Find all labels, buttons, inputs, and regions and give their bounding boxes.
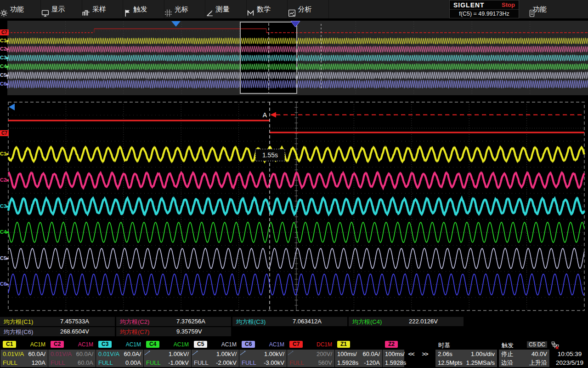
measurement-label: 均方根(C4) bbox=[352, 318, 382, 326]
channel-badge-C7[interactable]: C7 bbox=[289, 341, 303, 348]
measurement-rms-C2[interactable]: 均方根(C2)7.376256A bbox=[116, 317, 231, 326]
menu-item-trigger[interactable]: 触发 bbox=[124, 0, 164, 18]
zoom-block-Z1[interactable]: Z1100ms/60.0A/1.5928s-120A bbox=[335, 340, 382, 367]
brand-logo: SIGLENT bbox=[453, 1, 485, 9]
trigger-title: 触发 bbox=[502, 341, 514, 350]
nav-prev-button[interactable]: << bbox=[405, 349, 417, 360]
channel-block-C2[interactable]: C2AC1M0.01V/A60.0A/FULL60.0A bbox=[48, 340, 96, 367]
zoom-setting-left: 100ms/ bbox=[337, 350, 357, 358]
channel-setting-left: FULL bbox=[146, 358, 161, 367]
channel-badge-C5[interactable]: C5 bbox=[194, 341, 207, 348]
channel-block-rows: 1.00kV/FULL-2.00kV bbox=[192, 350, 239, 367]
measurement-rms-C4[interactable]: 均方根(C4)222.0126V bbox=[349, 317, 464, 326]
trigger-slope: 上升沿 bbox=[529, 358, 547, 367]
nav-next-button[interactable]: >> bbox=[419, 349, 431, 360]
channel-block-C1[interactable]: C1AC1M0.01V/A60.0A/FULL120A bbox=[0, 340, 48, 367]
timebase-scale: 1.00s/div bbox=[471, 350, 495, 358]
measurement-rms-C1[interactable]: 均方根(C1)7.457533A bbox=[0, 317, 115, 326]
channel-block-C5[interactable]: C5AC1M1.00kV/FULL-2.00kV bbox=[192, 340, 239, 367]
overview-label-C2[interactable]: C2▶ bbox=[0, 46, 9, 52]
cursor-delta-label: 1.55s bbox=[262, 151, 278, 159]
overview-label-C3[interactable]: C3▶ bbox=[0, 55, 9, 61]
main-waveform-area: A1.55s bbox=[0, 97, 588, 316]
trigger-block[interactable]: 触发 C5 DC 停止40.0V 边沿上升沿 bbox=[499, 340, 549, 367]
main-label-C7[interactable]: C7 bbox=[0, 130, 9, 136]
menu-item-function-right[interactable]: 功能 bbox=[528, 0, 547, 18]
channel-badge-C4[interactable]: C4 bbox=[146, 341, 159, 348]
menu-item-label: 数学 bbox=[257, 5, 271, 14]
overview-label-C1[interactable]: C1▶ bbox=[0, 38, 9, 44]
menu-item-acquire[interactable]: 采样 bbox=[82, 0, 123, 18]
main-label-C4[interactable]: C4▶ bbox=[0, 229, 9, 235]
menu-item-label: 功能 bbox=[10, 5, 24, 14]
overview-label-C6[interactable]: C6▶ bbox=[0, 81, 9, 87]
channel-setting-right: 60.0A/ bbox=[124, 350, 141, 358]
timebase-block[interactable]: 时基 2.06s1.00s/div 12.5Mpts1.25MSa/s bbox=[435, 340, 497, 367]
overview-label-C7[interactable]: C7 bbox=[0, 29, 9, 35]
trigger-source: C5 DC bbox=[527, 341, 547, 348]
status-block: 10:05:39 2023/5/19 bbox=[551, 340, 588, 367]
zoom-setting-right: 60.0A/ bbox=[362, 350, 380, 358]
zoom-block-Z2[interactable]: Z2100ms/1.5928s bbox=[383, 340, 404, 367]
channel-badge-C2[interactable]: C2 bbox=[51, 341, 64, 348]
channel-setting-right: 560V bbox=[318, 358, 332, 367]
measurement-rms-C6[interactable]: 均方根(C6)268.6504V bbox=[0, 327, 115, 336]
menu-item-math[interactable]: 数学 bbox=[247, 0, 288, 18]
menu-item-display[interactable]: 显示 bbox=[41, 0, 82, 18]
menu-item-cursor[interactable]: 光标 bbox=[164, 0, 205, 18]
measurement-rms-C3[interactable]: 均方根(C3)7.063412A bbox=[232, 317, 347, 326]
channel-block-rows: 200V/FULL560V bbox=[287, 350, 334, 367]
overview-label-C5[interactable]: C5▶ bbox=[0, 72, 9, 78]
menu-item-analysis[interactable]: 分析 bbox=[288, 0, 329, 18]
channel-setting-right: -3.00kV bbox=[264, 358, 284, 367]
channel-block-top: C6AC1M bbox=[239, 340, 287, 349]
zoom-setting-left: 100ms/ bbox=[385, 350, 405, 358]
overview-waveform-area bbox=[0, 21, 588, 95]
zoom-badge-Z1[interactable]: Z1 bbox=[337, 341, 350, 348]
bottom-bar: C1AC1M0.01V/A60.0A/FULL120AC2AC1M0.01V/A… bbox=[0, 339, 588, 368]
channel-coupling: AC1M bbox=[269, 341, 284, 348]
channel-setting-left: FULL bbox=[98, 358, 113, 367]
measurement-label: 均方根(C1) bbox=[4, 318, 33, 326]
menu-item-label: 触发 bbox=[134, 5, 147, 14]
timebase-samplerate: 1.25MSa/s bbox=[466, 358, 495, 367]
overview-label-C4[interactable]: C4▶ bbox=[0, 63, 9, 69]
main-label-C3[interactable]: C3▶ bbox=[0, 203, 9, 209]
channel-badge-C1[interactable]: C1 bbox=[3, 341, 16, 348]
menu-item-label: 测量 bbox=[216, 5, 230, 14]
main-label-C2[interactable]: C2▶ bbox=[0, 177, 9, 183]
channel-coupling: AC1M bbox=[174, 341, 189, 348]
main-label-C6[interactable]: C6▶ bbox=[0, 281, 9, 287]
menu-item-measure[interactable]: 测量 bbox=[206, 0, 247, 18]
channel-block-rows: 1.00kV/FULL-1.00kV bbox=[144, 350, 191, 367]
main-label-C5[interactable]: C5▶ bbox=[0, 255, 9, 261]
channel-block-C4[interactable]: C4AC1M1.00kV/FULL-1.00kV bbox=[144, 340, 191, 367]
measurement-value: 7.457533A bbox=[60, 318, 89, 325]
channel-badge-C3[interactable]: C3 bbox=[98, 341, 112, 348]
menu-item-function[interactable]: 功能 bbox=[0, 0, 41, 18]
channel-coupling: AC1M bbox=[221, 341, 237, 348]
channel-block-rows: 0.01V/A60.0A/FULL0.00A bbox=[96, 350, 143, 367]
zoom-badge-Z2[interactable]: Z2 bbox=[385, 341, 398, 348]
channel-setting-right: 60.0A bbox=[78, 358, 93, 367]
zoom-block-top: Z2 bbox=[383, 340, 404, 349]
channel-badge-C6[interactable]: C6 bbox=[242, 341, 255, 348]
channel-block-rows: 1.00kV/FULL-3.00kV bbox=[239, 350, 287, 367]
channel-block-top: C5AC1M bbox=[192, 340, 239, 349]
channel-block-C3[interactable]: C3AC1M0.01V/A60.0A/FULL0.00A bbox=[96, 340, 143, 367]
channel-setting-left: FULL bbox=[242, 358, 256, 367]
timebase-title: 时基 bbox=[438, 341, 450, 350]
main-label-C1[interactable]: C1▶ bbox=[0, 151, 9, 157]
channel-setting-right: -2.00kV bbox=[216, 358, 237, 367]
channel-coupling: AC1M bbox=[78, 341, 93, 348]
measurement-rms-C7[interactable]: 均方根(C7)9.35759V bbox=[116, 327, 231, 336]
channel-block-C6[interactable]: C6AC1M1.00kV/FULL-3.00kV bbox=[239, 340, 287, 367]
channel-setting-right: 1.00kV/ bbox=[169, 350, 189, 358]
measurement-value: 9.35759V bbox=[176, 328, 202, 335]
channel-block-C7[interactable]: C7DC1M200V/FULL560V bbox=[287, 340, 334, 367]
trigger-type: 边沿 bbox=[501, 358, 513, 367]
channel-setting-right: -1.00kV bbox=[168, 358, 189, 367]
channel-setting-left: 0.01V/A bbox=[51, 350, 72, 358]
frequency-readout: f(C5) = 49.99173Hz bbox=[450, 10, 519, 18]
measurement-value: 268.6504V bbox=[60, 328, 89, 335]
